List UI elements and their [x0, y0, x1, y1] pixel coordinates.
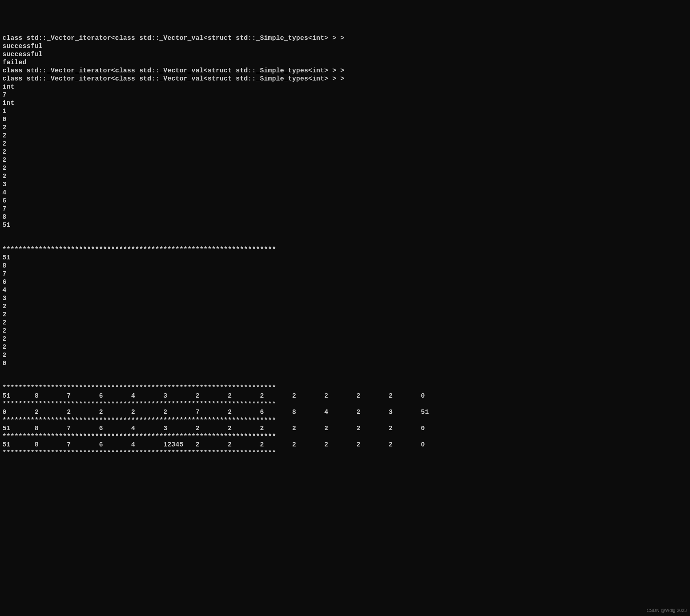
terminal-line: int — [2, 99, 688, 107]
terminal-line: 2 — [2, 156, 688, 164]
terminal-line — [2, 229, 688, 237]
terminal-line: 3 — [2, 294, 688, 303]
terminal-line: int — [2, 83, 688, 91]
terminal-line — [2, 237, 688, 246]
terminal-line: 51 — [2, 254, 688, 262]
terminal-line: 51 8 7 6 4 3 2 2 2 2 2 2 2 0 — [2, 424, 688, 433]
terminal-line: 3 — [2, 181, 688, 189]
terminal-line: 0 — [2, 115, 688, 124]
terminal-line: 51 — [2, 221, 688, 229]
terminal-line: ****************************************… — [2, 246, 688, 254]
terminal-line: 2 — [2, 335, 688, 343]
terminal-line: 7 — [2, 91, 688, 99]
terminal-line: 2 — [2, 311, 688, 319]
terminal-line: 1 — [2, 107, 688, 115]
terminal-line: 2 — [2, 327, 688, 335]
terminal-line: 0 2 2 2 2 2 7 2 6 8 4 2 3 51 — [2, 408, 688, 416]
terminal-line: 7 — [2, 270, 688, 278]
terminal-line: class std::_Vector_iterator<class std::_… — [2, 34, 688, 42]
terminal-line: 8 — [2, 262, 688, 270]
terminal-line: 51 8 7 6 4 3 2 2 2 2 2 2 2 0 — [2, 392, 688, 400]
terminal-line: 0 — [2, 359, 688, 368]
terminal-line: ****************************************… — [2, 384, 688, 392]
terminal-line — [2, 376, 688, 384]
terminal-line: successful — [2, 42, 688, 50]
terminal-line: 4 — [2, 286, 688, 294]
terminal-line: ****************************************… — [2, 449, 688, 457]
terminal-line: ****************************************… — [2, 400, 688, 408]
terminal-output: class std::_Vector_iterator<class std::_… — [2, 34, 688, 457]
terminal-line: 2 — [2, 124, 688, 132]
terminal-line: 2 — [2, 148, 688, 156]
terminal-line: 4 — [2, 189, 688, 197]
terminal-line: 6 — [2, 197, 688, 205]
terminal-line: 51 8 7 6 4 12345 2 2 2 2 2 2 2 0 — [2, 441, 688, 449]
terminal-line: class std::_Vector_iterator<class std::_… — [2, 75, 688, 83]
terminal-line: ****************************************… — [2, 433, 688, 441]
terminal-line: 2 — [2, 164, 688, 172]
csdn-watermark: CSDN @Wdlg-2023 — [647, 606, 687, 614]
terminal-line: 2 — [2, 132, 688, 140]
terminal-line — [2, 368, 688, 376]
terminal-line: 2 — [2, 319, 688, 327]
terminal-line: 2 — [2, 172, 688, 181]
terminal-line: 8 — [2, 213, 688, 221]
terminal-line: 2 — [2, 343, 688, 351]
terminal-line: class std::_Vector_iterator<class std::_… — [2, 67, 688, 75]
terminal-line: 2 — [2, 351, 688, 359]
terminal-line: successful — [2, 50, 688, 59]
terminal-line: failed — [2, 59, 688, 67]
terminal-line: 2 — [2, 303, 688, 311]
terminal-line: 7 — [2, 205, 688, 213]
terminal-line: 6 — [2, 278, 688, 286]
terminal-line: 2 — [2, 140, 688, 148]
terminal-line: ****************************************… — [2, 416, 688, 424]
